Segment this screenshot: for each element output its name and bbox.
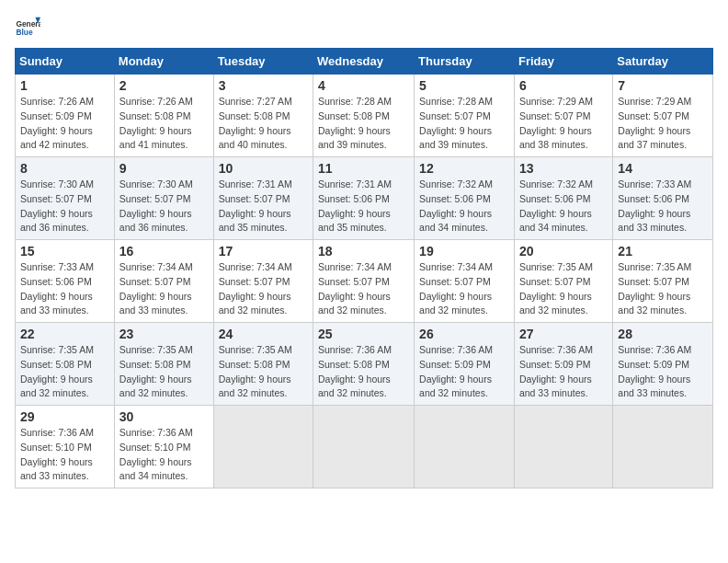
day-number: 3: [219, 78, 308, 93]
day-number: 23: [119, 327, 209, 341]
calendar-cell: 7Sunrise: 7:29 AMSunset: 5:07 PMDaylight…: [613, 75, 713, 157]
day-number: 8: [20, 161, 109, 176]
calendar-cell: 27Sunrise: 7:36 AMSunset: 5:09 PMDayligh…: [514, 323, 612, 406]
calendar-cell: 18Sunrise: 7:34 AMSunset: 5:07 PMDayligh…: [313, 240, 415, 323]
calendar-header-friday: Friday: [514, 49, 612, 75]
logo-icon: GeneralBlue: [15, 15, 40, 40]
calendar-cell: 20Sunrise: 7:35 AMSunset: 5:07 PMDayligh…: [514, 240, 612, 323]
calendar-cell: [613, 406, 713, 488]
day-number: 16: [119, 244, 209, 259]
calendar-cell: [514, 406, 612, 488]
day-number: 15: [20, 244, 109, 259]
logo: GeneralBlue: [15, 15, 40, 40]
day-number: 28: [618, 327, 708, 341]
calendar-week-4: 22Sunrise: 7:35 AMSunset: 5:08 PMDayligh…: [16, 323, 713, 406]
day-number: 26: [419, 327, 509, 341]
day-number: 13: [519, 161, 608, 176]
calendar-header-tuesday: Tuesday: [213, 49, 313, 75]
day-number: 30: [119, 409, 209, 424]
calendar-cell: 24Sunrise: 7:35 AMSunset: 5:08 PMDayligh…: [213, 323, 313, 406]
calendar-header-saturday: Saturday: [613, 49, 713, 75]
calendar-cell: [313, 406, 415, 488]
day-number: 21: [618, 244, 708, 259]
day-number: 7: [618, 78, 708, 93]
day-detail: Sunrise: 7:33 AMSunset: 5:06 PMDaylight:…: [618, 178, 708, 236]
calendar-cell: 14Sunrise: 7:33 AMSunset: 5:06 PMDayligh…: [613, 157, 713, 240]
day-number: 19: [419, 244, 509, 259]
day-number: 22: [20, 327, 109, 341]
day-detail: Sunrise: 7:30 AMSunset: 5:07 PMDaylight:…: [20, 178, 109, 236]
day-detail: Sunrise: 7:35 AMSunset: 5:08 PMDaylight:…: [219, 343, 308, 401]
calendar-cell: 28Sunrise: 7:36 AMSunset: 5:09 PMDayligh…: [613, 323, 713, 406]
calendar-header-monday: Monday: [114, 49, 213, 75]
day-detail: Sunrise: 7:35 AMSunset: 5:07 PMDaylight:…: [519, 260, 608, 318]
calendar-header-row: SundayMondayTuesdayWednesdayThursdayFrid…: [16, 49, 713, 75]
calendar-cell: 11Sunrise: 7:31 AMSunset: 5:06 PMDayligh…: [313, 157, 415, 240]
calendar-cell: 9Sunrise: 7:30 AMSunset: 5:07 PMDaylight…: [114, 157, 213, 240]
header: GeneralBlue: [15, 15, 713, 40]
calendar-cell: 3Sunrise: 7:27 AMSunset: 5:08 PMDaylight…: [213, 75, 313, 157]
day-detail: Sunrise: 7:26 AMSunset: 5:09 PMDaylight:…: [20, 95, 109, 153]
calendar-header-wednesday: Wednesday: [313, 49, 415, 75]
calendar-cell: 4Sunrise: 7:28 AMSunset: 5:08 PMDaylight…: [313, 75, 415, 157]
day-number: 20: [519, 244, 608, 259]
day-detail: Sunrise: 7:26 AMSunset: 5:08 PMDaylight:…: [119, 95, 209, 153]
calendar-cell: 29Sunrise: 7:36 AMSunset: 5:10 PMDayligh…: [16, 406, 115, 488]
day-detail: Sunrise: 7:30 AMSunset: 5:07 PMDaylight:…: [119, 178, 209, 236]
calendar-cell: 10Sunrise: 7:31 AMSunset: 5:07 PMDayligh…: [213, 157, 313, 240]
calendar-cell: 1Sunrise: 7:26 AMSunset: 5:09 PMDaylight…: [16, 75, 115, 157]
day-detail: Sunrise: 7:36 AMSunset: 5:09 PMDaylight:…: [519, 343, 608, 401]
calendar-cell: 21Sunrise: 7:35 AMSunset: 5:07 PMDayligh…: [613, 240, 713, 323]
day-number: 17: [219, 244, 308, 259]
day-number: 29: [20, 409, 109, 424]
day-detail: Sunrise: 7:36 AMSunset: 5:10 PMDaylight:…: [119, 426, 209, 484]
calendar-cell: 2Sunrise: 7:26 AMSunset: 5:08 PMDaylight…: [114, 75, 213, 157]
day-number: 11: [318, 161, 409, 176]
day-detail: Sunrise: 7:28 AMSunset: 5:07 PMDaylight:…: [419, 95, 509, 153]
day-detail: Sunrise: 7:31 AMSunset: 5:07 PMDaylight:…: [219, 178, 308, 236]
calendar-cell: 15Sunrise: 7:33 AMSunset: 5:06 PMDayligh…: [16, 240, 115, 323]
calendar-cell: 12Sunrise: 7:32 AMSunset: 5:06 PMDayligh…: [415, 157, 515, 240]
calendar-cell: 5Sunrise: 7:28 AMSunset: 5:07 PMDaylight…: [415, 75, 515, 157]
day-number: 5: [419, 78, 509, 93]
day-detail: Sunrise: 7:29 AMSunset: 5:07 PMDaylight:…: [618, 95, 708, 153]
calendar-cell: 23Sunrise: 7:35 AMSunset: 5:08 PMDayligh…: [114, 323, 213, 406]
day-number: 24: [219, 327, 308, 341]
calendar-week-5: 29Sunrise: 7:36 AMSunset: 5:10 PMDayligh…: [16, 406, 713, 488]
calendar-week-3: 15Sunrise: 7:33 AMSunset: 5:06 PMDayligh…: [16, 240, 713, 323]
calendar-cell: 22Sunrise: 7:35 AMSunset: 5:08 PMDayligh…: [16, 323, 115, 406]
calendar-cell: 16Sunrise: 7:34 AMSunset: 5:07 PMDayligh…: [114, 240, 213, 323]
calendar-cell: [213, 406, 313, 488]
calendar-cell: 13Sunrise: 7:32 AMSunset: 5:06 PMDayligh…: [514, 157, 612, 240]
day-number: 1: [20, 78, 109, 93]
day-detail: Sunrise: 7:35 AMSunset: 5:08 PMDaylight:…: [119, 343, 209, 401]
day-detail: Sunrise: 7:34 AMSunset: 5:07 PMDaylight:…: [119, 260, 209, 318]
day-number: 18: [318, 244, 409, 259]
day-number: 2: [119, 78, 209, 93]
day-number: 6: [519, 78, 608, 93]
day-detail: Sunrise: 7:31 AMSunset: 5:06 PMDaylight:…: [318, 178, 409, 236]
calendar-week-1: 1Sunrise: 7:26 AMSunset: 5:09 PMDaylight…: [16, 75, 713, 157]
day-number: 4: [318, 78, 409, 93]
day-detail: Sunrise: 7:34 AMSunset: 5:07 PMDaylight:…: [318, 260, 409, 318]
calendar-table: SundayMondayTuesdayWednesdayThursdayFrid…: [15, 48, 713, 488]
day-detail: Sunrise: 7:36 AMSunset: 5:10 PMDaylight:…: [20, 426, 109, 484]
day-number: 10: [219, 161, 308, 176]
day-number: 9: [119, 161, 209, 176]
calendar-cell: 25Sunrise: 7:36 AMSunset: 5:08 PMDayligh…: [313, 323, 415, 406]
day-detail: Sunrise: 7:35 AMSunset: 5:07 PMDaylight:…: [618, 260, 708, 318]
day-detail: Sunrise: 7:36 AMSunset: 5:09 PMDaylight:…: [618, 343, 708, 401]
calendar-cell: 26Sunrise: 7:36 AMSunset: 5:09 PMDayligh…: [415, 323, 515, 406]
calendar-cell: [415, 406, 515, 488]
day-number: 27: [519, 327, 608, 341]
day-detail: Sunrise: 7:34 AMSunset: 5:07 PMDaylight:…: [419, 260, 509, 318]
svg-text:Blue: Blue: [16, 28, 32, 37]
calendar-cell: 8Sunrise: 7:30 AMSunset: 5:07 PMDaylight…: [16, 157, 115, 240]
day-detail: Sunrise: 7:27 AMSunset: 5:08 PMDaylight:…: [219, 95, 308, 153]
calendar-cell: 6Sunrise: 7:29 AMSunset: 5:07 PMDaylight…: [514, 75, 612, 157]
calendar-header-thursday: Thursday: [415, 49, 515, 75]
day-number: 12: [419, 161, 509, 176]
day-detail: Sunrise: 7:36 AMSunset: 5:08 PMDaylight:…: [318, 343, 409, 401]
day-detail: Sunrise: 7:29 AMSunset: 5:07 PMDaylight:…: [519, 95, 608, 153]
day-detail: Sunrise: 7:35 AMSunset: 5:08 PMDaylight:…: [20, 343, 109, 401]
